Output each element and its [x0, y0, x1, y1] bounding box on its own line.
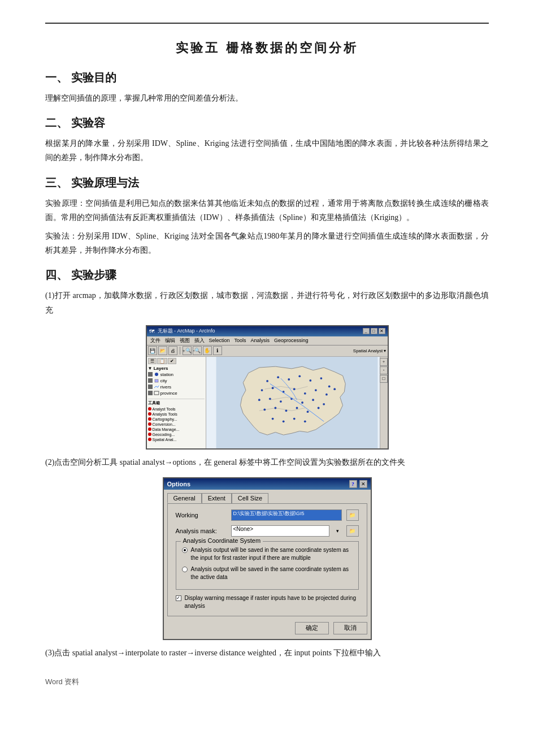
working-row: Working D:\实验五\数据\实验五\数据\GI5 📁 [176, 509, 359, 521]
menu-tools[interactable]: Tools [232, 338, 249, 343]
toolbar-btn-3[interactable]: 🖨 [168, 346, 177, 355]
section-1: 一、 实验目的 理解空间插值的原理，掌握几种常用的空间差值分析法。 [45, 70, 489, 105]
working-browse-btn[interactable]: 📁 [346, 509, 359, 521]
tab-general[interactable]: General [167, 493, 202, 503]
zoom-out-btn[interactable]: - [380, 366, 388, 374]
checkbox-label: Display warning message if raster inputs… [185, 594, 359, 610]
china-map-svg [206, 357, 388, 448]
svg-point-21 [280, 400, 282, 403]
section-1-text: 理解空间插值的原理，掌握几种常用的空间差值分析法。 [45, 91, 489, 105]
menu-view[interactable]: 视图 [177, 337, 192, 344]
st-conversion: Conversion... [148, 422, 205, 427]
st-spatial: Spatial Anal... [148, 437, 205, 442]
svg-rect-1 [155, 379, 158, 382]
svg-point-7 [298, 375, 301, 377]
toc-item-station: station [148, 371, 205, 378]
tab-extent[interactable]: Extent [202, 493, 232, 503]
svg-point-28 [285, 409, 287, 412]
toc-layers-label: ▼ Layers [148, 365, 205, 371]
warning-checkbox[interactable]: ✓ [176, 595, 181, 601]
st-analyst: Analyst Tools [148, 407, 205, 412]
arcmap-titlebar: 🗺 无标题 - ArcMap - ArcInfo _ □ ✕ [147, 326, 388, 336]
arcmap-toolbar: 💾 📂 🖨 +🔍 -🔍 ✋ ℹ Spatial Analyst ▾ [147, 345, 388, 357]
svg-point-18 [333, 388, 336, 390]
svg-point-26 [263, 408, 266, 411]
svg-point-10 [328, 385, 330, 387]
toc-item-city: city [148, 378, 205, 384]
dialog-titlebar: Options ? ✕ [164, 478, 371, 490]
toc-tool-2[interactable]: 📋 [157, 358, 167, 364]
radio-2[interactable] [182, 567, 188, 572]
svg-point-20 [268, 398, 271, 400]
section-1-heading: 一、 实验目的 [45, 70, 489, 85]
svg-point-23 [301, 401, 303, 404]
menu-insert[interactable]: 插入 [192, 337, 207, 344]
analysis-mask-select[interactable]: <None> [231, 525, 329, 537]
toc-checkbox-city[interactable] [148, 378, 153, 383]
arcmap-screenshot-container: 🗺 无标题 - ArcMap - ArcInfo _ □ ✕ 文件 编辑 视图 … [45, 325, 489, 450]
arcmap-maximize-btn[interactable]: □ [371, 328, 377, 334]
svg-point-16 [314, 389, 316, 391]
page: 实验五 栅格数据的空间分析 一、 实验目的 理解空间插值的原理，掌握几种常用的空… [0, 0, 534, 756]
zoom-in-btn[interactable]: + [380, 358, 388, 366]
menu-analysis[interactable]: Analysis [249, 338, 272, 343]
section-3-heading: 三、 实验原理与法 [45, 175, 489, 191]
section-4-step-2: (2)点击空间分析工具 spatial analyst→options，在 ge… [45, 455, 489, 469]
st-analysis: Analysis Tools [148, 412, 205, 417]
section-4: 四、 实验步骤 (1)打开 arcmap，加载降水数据，行政区划数据，城市数据，… [45, 267, 489, 660]
svg-point-27 [274, 407, 276, 409]
toolbar-btn-zoom-out[interactable]: -🔍 [193, 346, 202, 355]
radio-row-2: Analysis output will be saved in the sam… [182, 565, 353, 581]
options-dialog-screenshot: Options ? ✕ General Extent Cell Size Wor… [163, 477, 372, 640]
working-input[interactable]: D:\实验五\数据\实验五\数据\GI5 [231, 509, 342, 521]
arcmap-close-btn[interactable]: ✕ [379, 328, 385, 334]
menu-geo[interactable]: Geoprocessing [272, 338, 311, 343]
menu-edit[interactable]: 编辑 [163, 337, 177, 344]
svg-point-24 [312, 399, 314, 401]
svg-point-29 [296, 407, 298, 409]
ok-button[interactable]: 确定 [295, 622, 329, 634]
toolbar-btn-identify[interactable]: ℹ [213, 346, 222, 355]
zoom-full-btn[interactable]: □ [380, 375, 388, 383]
section-2: 二、 实验容 根据某月的降水量，分别采用 IDW、Spline、Kriging … [45, 115, 489, 165]
mask-browse-btn[interactable]: 📁 [346, 525, 359, 537]
toolbar-btn-2[interactable]: 📂 [158, 346, 167, 355]
arcmap-menu: 文件 编辑 视图 插入 Selection Tools Analysis Geo… [147, 336, 388, 345]
toolbar-btn-pan[interactable]: ✋ [203, 346, 212, 355]
menu-file[interactable]: 文件 [148, 337, 163, 344]
arcmap-minimize-btn[interactable]: _ [363, 328, 370, 334]
analysis-mask-label: Analysis mask: [176, 528, 227, 534]
radio-1[interactable] [182, 547, 188, 553]
section-3-text-1: 实验原理：空间插值是利用已知点的数据来估算其他临近未知点的数据的过程，通常用于将… [45, 196, 489, 224]
menu-selection[interactable]: Selection [207, 338, 232, 343]
checkbox-row: ✓ Display warning message if raster inpu… [176, 594, 359, 610]
toc-tool-1[interactable]: ☰ [148, 358, 157, 364]
dialog-body: Working D:\实验五\数据\实验五\数据\GI5 📁 Analysis … [167, 503, 367, 616]
cancel-button[interactable]: 取消 [333, 622, 367, 634]
radio-row-1: Analysis output will be saved in the sam… [182, 546, 353, 562]
radio-1-label: Analysis output will be saved in the sam… [191, 546, 353, 562]
svg-point-30 [306, 411, 309, 413]
coordinate-system-group: Analysis Coordinate System Analysis outp… [176, 541, 359, 590]
svg-point-17 [325, 393, 328, 395]
toc-checkbox-province[interactable] [148, 391, 153, 395]
tab-cellsize[interactable]: Cell Size [232, 493, 268, 503]
section-2-text: 根据某月的降水量，分别采用 IDW、Spline、Kriging 法进行空间插值… [45, 136, 489, 165]
toolbar-btn-zoom-in[interactable]: +🔍 [183, 346, 192, 355]
dialog-help-btn[interactable]: ? [349, 480, 357, 488]
section-4-heading: 四、 实验步骤 [45, 267, 489, 283]
arcmap-statusbar: 坐标: 83.456 25.789 比例尺 1:14,560,543 [147, 448, 388, 450]
toolbar-btn-1[interactable]: 💾 [148, 346, 157, 355]
dialog-close-btn[interactable]: ✕ [359, 480, 367, 488]
svg-point-4 [266, 380, 268, 382]
arcmap-screenshot: 🗺 无标题 - ArcMap - ArcInfo _ □ ✕ 文件 编辑 视图 … [146, 325, 389, 450]
footer: Word 资料 [45, 677, 489, 687]
toc-checkbox-rivers[interactable] [148, 385, 153, 389]
analysis-mask-row: Analysis mask: <None> ▾ 📁 [176, 525, 359, 537]
arcmap-title-text: 无标题 - ArcMap - ArcInfo [158, 327, 362, 335]
toc-checkbox-station[interactable] [148, 372, 153, 377]
svg-point-5 [277, 376, 279, 378]
top-divider [45, 23, 489, 24]
dialog-buttons: 确定 取消 [164, 620, 371, 639]
toc-tool-3[interactable]: ✔ [168, 358, 176, 364]
